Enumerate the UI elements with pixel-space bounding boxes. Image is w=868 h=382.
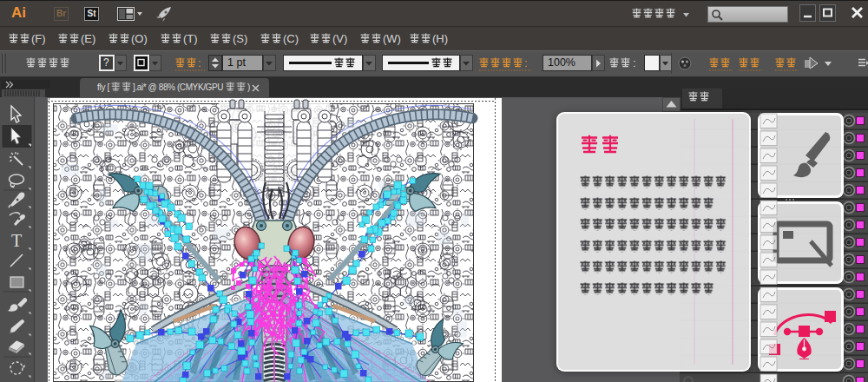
svg-text:T: T xyxy=(11,231,22,250)
